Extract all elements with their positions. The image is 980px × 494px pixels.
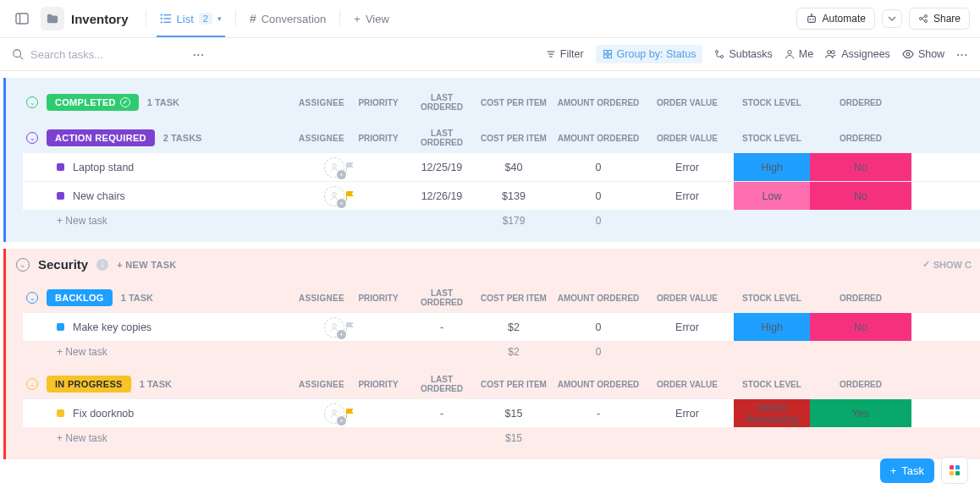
- list-section: ⌄ Security i + NEW TASK ✓ SHOW C ⌄ BACKL…: [3, 249, 980, 459]
- stock-level-cell[interactable]: Needs Restocking: [734, 399, 810, 427]
- assignee-add-button[interactable]: [324, 157, 344, 178]
- status-pill[interactable]: BACKLOG: [47, 289, 113, 306]
- order-value-cell: Error: [641, 408, 734, 420]
- task-title: Make key copies: [73, 321, 151, 333]
- sidebar-toggle-button[interactable]: [10, 7, 34, 30]
- cost-cell: $139: [471, 190, 556, 202]
- filter-button[interactable]: Filter: [546, 48, 584, 60]
- new-task-button[interactable]: + New task: [23, 215, 344, 227]
- filter-icon: [546, 49, 556, 59]
- amount-cell: 0: [556, 162, 641, 173]
- tab-list[interactable]: List 2 ▾: [150, 0, 232, 37]
- priority-cell[interactable]: [344, 408, 412, 419]
- priority-cell[interactable]: [344, 321, 412, 332]
- flag-icon: [344, 190, 412, 201]
- totals-row: + New task $15: [23, 427, 980, 449]
- svg-point-10: [812, 19, 813, 20]
- collapse-icon[interactable]: ⌄: [26, 378, 38, 390]
- svg-line-17: [922, 19, 924, 21]
- toolbar-more-menu[interactable]: ···: [956, 48, 968, 61]
- more-menu[interactable]: ···: [193, 48, 205, 61]
- me-button[interactable]: Me: [785, 48, 813, 60]
- col-last-ordered: LAST ORDERED: [412, 288, 471, 307]
- share-button[interactable]: Share: [909, 8, 970, 30]
- divider: [235, 10, 236, 27]
- task-row[interactable]: Make key copies - $2 0 Error High No: [23, 312, 980, 341]
- collapse-icon[interactable]: ⌄: [26, 132, 38, 144]
- new-task-button[interactable]: + New task: [23, 432, 344, 444]
- section-title: Security: [38, 257, 88, 272]
- group-by-button[interactable]: Group by: Status: [596, 45, 703, 63]
- automate-dropdown[interactable]: [882, 9, 902, 28]
- total-amount: [556, 432, 641, 444]
- info-icon[interactable]: i: [96, 259, 108, 271]
- task-row[interactable]: New chairs 12/26/19 $139 0 Error Low No: [23, 181, 980, 210]
- col-cost: COST PER ITEM: [471, 134, 556, 143]
- check-icon: ✓: [922, 259, 930, 270]
- svg-point-32: [906, 52, 910, 56]
- col-cost: COST PER ITEM: [471, 380, 556, 389]
- hash-icon: #: [250, 12, 256, 25]
- automate-button[interactable]: Automate: [796, 8, 875, 30]
- svg-rect-26: [608, 55, 611, 58]
- tab-label: List: [177, 13, 194, 25]
- create-task-button[interactable]: + Task: [880, 458, 934, 483]
- assignee-add-button[interactable]: [324, 403, 344, 424]
- ordered-cell[interactable]: No: [810, 182, 911, 210]
- new-task-link[interactable]: + NEW TASK: [117, 260, 176, 270]
- divider: [339, 10, 340, 27]
- priority-cell[interactable]: [344, 190, 412, 201]
- col-stock: STOCK LEVEL: [734, 294, 810, 303]
- col-order-value: ORDER VALUE: [641, 294, 734, 303]
- subtasks-label: Subtasks: [729, 48, 772, 60]
- svg-point-35: [333, 323, 337, 327]
- task-title: Fix doorknob: [73, 408, 134, 420]
- stock-level-cell[interactable]: High: [734, 313, 810, 341]
- show-button[interactable]: Show: [902, 48, 944, 60]
- col-stock: STOCK LEVEL: [734, 380, 810, 389]
- status-pill[interactable]: COMPLETED ✓: [47, 94, 139, 111]
- assignee-add-button[interactable]: [324, 317, 344, 338]
- svg-point-36: [333, 409, 337, 414]
- search-input[interactable]: [30, 48, 157, 61]
- col-assignee: ASSIGNEE: [299, 294, 344, 303]
- assignees-button[interactable]: Assignees: [825, 48, 890, 60]
- status-group: ⌄ IN PROGRESS 1 TASK ASSIGNEE PRIORITY L…: [23, 370, 980, 449]
- last-ordered-cell: -: [412, 408, 471, 420]
- order-value-cell: Error: [641, 321, 734, 333]
- new-task-button[interactable]: + New task: [23, 346, 344, 358]
- apps-button[interactable]: [941, 457, 968, 484]
- amount-cell: 0: [556, 190, 641, 202]
- section-header: ⌄ Security i + NEW TASK ✓ SHOW C: [11, 252, 980, 277]
- ordered-cell[interactable]: No: [810, 313, 911, 341]
- stock-level-cell[interactable]: High: [734, 153, 810, 181]
- tab-conversation[interactable]: # Conversation: [239, 0, 336, 37]
- ordered-cell[interactable]: Yes: [810, 399, 911, 427]
- collapse-icon[interactable]: ⌄: [26, 292, 38, 304]
- task-title: New chairs: [73, 190, 125, 202]
- assignee-add-button[interactable]: [324, 186, 344, 206]
- list-toolbar: ··· Filter Group by: Status Subtasks Me …: [0, 38, 980, 71]
- status-pill[interactable]: IN PROGRESS: [47, 376, 131, 392]
- ordered-cell[interactable]: No: [810, 153, 911, 181]
- priority-cell[interactable]: [344, 162, 412, 173]
- task-row[interactable]: Laptop stand 12/25/19 $40 0 Error High N…: [23, 152, 980, 181]
- collapse-icon[interactable]: ⌄: [26, 96, 38, 108]
- status-pill[interactable]: ACTION REQUIRED: [47, 129, 155, 146]
- task-row[interactable]: Fix doorknob - $15 - Error Needs Restock…: [23, 398, 980, 427]
- folder-icon: [41, 7, 64, 30]
- col-priority: PRIORITY: [344, 294, 412, 303]
- show-closed-link[interactable]: ✓ SHOW C: [922, 259, 972, 270]
- me-label: Me: [799, 48, 813, 60]
- col-priority: PRIORITY: [344, 134, 412, 143]
- collapse-icon[interactable]: ⌄: [16, 258, 30, 272]
- totals-row: + New task $2 0: [23, 341, 980, 363]
- divider: [146, 10, 146, 27]
- tab-add-view[interactable]: + View: [344, 0, 399, 37]
- svg-point-2: [160, 14, 162, 15]
- svg-point-4: [160, 18, 162, 19]
- stock-level-cell[interactable]: Low: [734, 182, 810, 210]
- col-amount: AMOUNT ORDERED: [556, 134, 641, 143]
- col-last-ordered: LAST ORDERED: [412, 375, 471, 393]
- subtasks-button[interactable]: Subtasks: [714, 48, 772, 60]
